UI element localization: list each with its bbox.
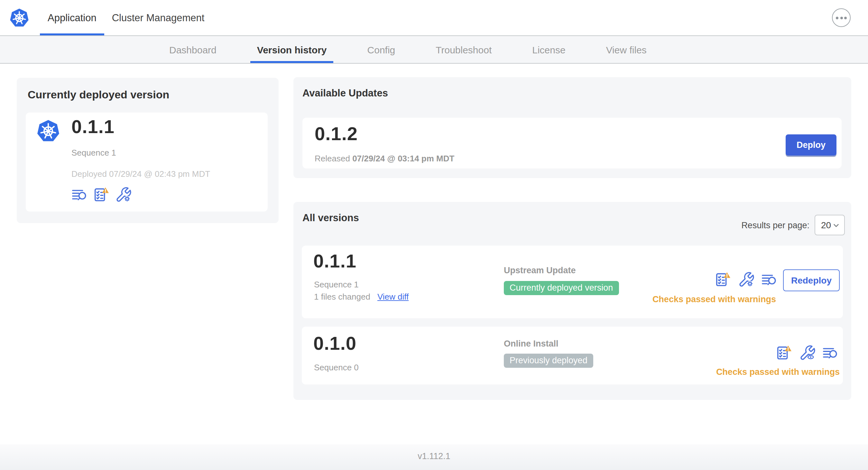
deploy-button[interactable]: Deploy: [786, 134, 836, 156]
results-per-page-select[interactable]: 20: [815, 215, 845, 235]
edit-config-icon[interactable]: [115, 187, 131, 203]
app-icon: [36, 119, 60, 143]
version-row-0-1-1: 0.1.1 Sequence 1 1 files changed View di…: [302, 246, 843, 318]
results-per-page-label: Results per page:: [741, 220, 809, 230]
top-nav-tabs: Application Cluster Management: [40, 0, 868, 35]
all-versions-card: All versions Results per page: 20 0.1.1 …: [293, 202, 851, 400]
app-sub-nav: Dashboard Version history Config Trouble…: [0, 36, 868, 64]
deployed-version-number: 0.1.1: [71, 116, 115, 138]
row-version-number: 0.1.0: [313, 333, 356, 354]
preflight-checks-warning-icon[interactable]: [93, 187, 110, 203]
available-updates-card: Available Updates 0.1.2 Released 07/29/2…: [293, 77, 851, 178]
tab-cluster-management[interactable]: Cluster Management: [104, 0, 212, 35]
preflight-checks-warning-icon[interactable]: [776, 345, 792, 361]
tab-license[interactable]: License: [526, 36, 572, 63]
tab-version-history[interactable]: Version history: [251, 36, 333, 63]
currently-deployed-title: Currently deployed version: [28, 89, 169, 102]
currently-deployed-version-panel: 0.1.1 Sequence 1 Deployed 07/29/24 @ 02:…: [26, 112, 268, 211]
edit-config-icon[interactable]: [738, 271, 754, 288]
kubernetes-logo-icon: [9, 8, 30, 28]
row-sequence-label: Sequence 1: [314, 280, 359, 289]
footer: v1.112.1: [0, 444, 868, 470]
results-per-page: Results per page: 20: [741, 215, 845, 235]
tab-application[interactable]: Application: [40, 0, 104, 35]
previously-deployed-badge: Previously deployed: [504, 354, 593, 368]
deployed-sequence-label: Sequence 1: [71, 148, 116, 158]
preflight-status-text: Checks passed with warnings: [716, 367, 840, 377]
deployed-version-actions: [71, 187, 131, 203]
app-root: Application Cluster Management Dashboard…: [0, 0, 868, 470]
update-released-timestamp: Released 07/29/24 @ 03:14 pm MDT: [315, 154, 454, 163]
available-update-row: 0.1.2 Released 07/29/24 @ 03:14 pm MDT D…: [302, 118, 842, 168]
row-files-changed: 1 files changed View diff: [314, 292, 409, 302]
preflight-checks-warning-icon[interactable]: [715, 271, 731, 288]
console-version-label: v1.112.1: [417, 451, 451, 470]
currently-deployed-card: Currently deployed version 0.1.1 Sequenc…: [17, 78, 279, 223]
redeploy-button[interactable]: Redeploy: [783, 269, 840, 291]
row-source-label: Online Install: [504, 339, 559, 348]
tab-view-files[interactable]: View files: [600, 36, 653, 63]
all-versions-title: All versions: [302, 212, 359, 224]
version-row-0-1-0: 0.1.0 Sequence 0 Online Install Previous…: [302, 327, 843, 384]
row-action-icons: [776, 345, 838, 361]
ellipsis-icon: [836, 16, 838, 19]
row-version-number: 0.1.1: [313, 251, 356, 272]
top-nav-bar: Application Cluster Management: [0, 0, 868, 36]
update-version-number: 0.1.2: [315, 124, 358, 145]
diff-summary-icon[interactable]: [761, 271, 777, 288]
preflight-status-text: Checks passed with warnings: [652, 295, 776, 304]
view-config-icon[interactable]: [799, 345, 815, 361]
row-sequence-label: Sequence 0: [314, 363, 359, 372]
row-action-icons: [715, 271, 777, 288]
overflow-menu-button[interactable]: [832, 8, 850, 27]
tab-dashboard[interactable]: Dashboard: [163, 36, 223, 63]
diff-summary-icon[interactable]: [71, 187, 88, 203]
row-source-label: Upstream Update: [504, 266, 576, 275]
chevron-down-icon: [833, 222, 840, 229]
tab-config[interactable]: Config: [361, 36, 402, 63]
diff-summary-icon[interactable]: [822, 345, 838, 361]
currently-deployed-badge: Currently deployed version: [504, 281, 619, 295]
tab-troubleshoot[interactable]: Troubleshoot: [429, 36, 498, 63]
deployed-timestamp: Deployed 07/29/24 @ 02:43 pm MDT: [71, 169, 210, 179]
view-diff-link[interactable]: View diff: [377, 292, 409, 302]
available-updates-title: Available Updates: [302, 88, 388, 99]
